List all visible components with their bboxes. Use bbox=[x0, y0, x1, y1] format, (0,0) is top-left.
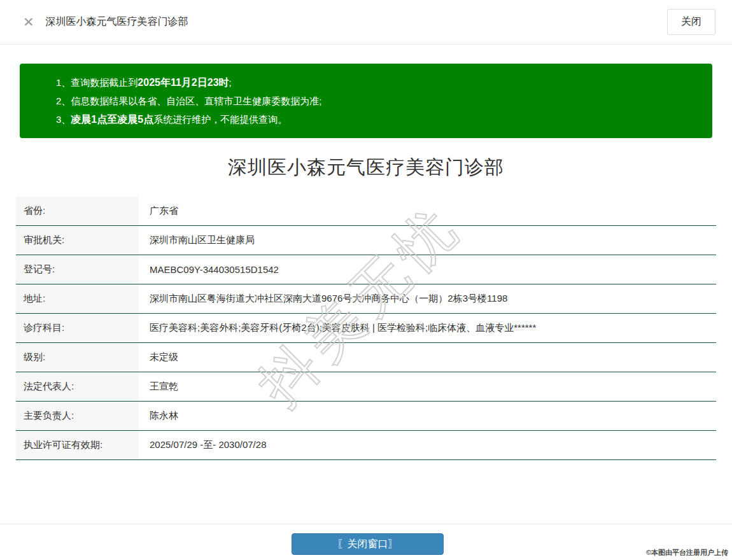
row-label: 登记号: bbox=[16, 255, 139, 284]
notice-line-3-text: 3、 bbox=[56, 114, 71, 125]
row-value: 未定级 bbox=[139, 343, 716, 372]
close-window-button[interactable]: 〖关闭窗口〗 bbox=[292, 533, 444, 555]
row-label: 法定代表人: bbox=[16, 372, 139, 401]
notice-line-1: 1、查询数据截止到2025年11月2日23时; bbox=[56, 73, 700, 92]
row-value: 王宣乾 bbox=[139, 372, 716, 401]
row-label: 审批机关: bbox=[16, 226, 139, 255]
notice-line-1-tail: ; bbox=[229, 77, 232, 88]
bottom-divider bbox=[0, 524, 732, 524]
page-title: 深圳医小森元气医疗美容门诊部 bbox=[0, 138, 732, 197]
uploader-credit-note: ©本图由平台注册用户上传 bbox=[646, 548, 728, 557]
row-value: 陈永林 bbox=[139, 402, 716, 430]
row-license-validity: 执业许可证有效期: 2025/07/29 -至- 2030/07/28 bbox=[16, 431, 716, 460]
row-label: 执业许可证有效期: bbox=[16, 431, 139, 459]
row-value: 深圳市南山区粤海街道大冲社区深南大道9676号大冲商务中心（一期）2栋3号楼11… bbox=[139, 284, 716, 313]
row-label: 诊疗科目: bbox=[16, 314, 139, 342]
row-registration-number: 登记号: MAEBC09Y-344030515D1542 bbox=[16, 255, 716, 284]
row-value: 医疗美容科;美容外科;美容牙科(牙椅2台);美容皮肤科 | 医学检验科;临床体液… bbox=[139, 314, 716, 342]
row-label: 级别: bbox=[16, 343, 139, 372]
row-value: 广东省 bbox=[139, 197, 716, 225]
row-value: 2025/07/29 -至- 2030/07/28 bbox=[139, 431, 716, 459]
top-bar: ✕ 深圳医小森元气医疗美容门诊部 关闭 bbox=[0, 0, 732, 45]
row-medical-subjects: 诊疗科目: 医疗美容科;美容外科;美容牙科(牙椅2台);美容皮肤科 | 医学检验… bbox=[16, 314, 716, 343]
row-label: 地址: bbox=[16, 284, 139, 313]
notice-banner: 1、查询数据截止到2025年11月2日23时; 2、信息数据结果以各省、自治区、… bbox=[20, 64, 712, 138]
notice-line-3-tail: 系统进行维护，不能提供查询。 bbox=[153, 114, 287, 125]
notice-line-2-text: 2、信息数据结果以各省、自治区、直辖市卫生健康委数据为准; bbox=[56, 95, 322, 106]
row-principal: 主要负责人: 陈永林 bbox=[16, 402, 716, 431]
row-address: 地址: 深圳市南山区粤海街道大冲社区深南大道9676号大冲商务中心（一期）2栋3… bbox=[16, 284, 716, 314]
row-level: 级别: 未定级 bbox=[16, 343, 716, 372]
notice-line-1-text: 1、查询数据截止到 bbox=[56, 77, 137, 88]
notice-line-3-bold: 凌晨1点至凌晨5点 bbox=[71, 114, 153, 125]
row-label: 主要负责人: bbox=[16, 402, 139, 430]
row-legal-representative: 法定代表人: 王宣乾 bbox=[16, 372, 716, 402]
institution-info-table: 省份: 广东省 审批机关: 深圳市南山区卫生健康局 登记号: MAEBC09Y-… bbox=[16, 197, 716, 460]
notice-line-2: 2、信息数据结果以各省、自治区、直辖市卫生健康委数据为准; bbox=[56, 92, 700, 110]
close-x-icon[interactable]: ✕ bbox=[23, 15, 34, 29]
window-title: 深圳医小森元气医疗美容门诊部 bbox=[46, 15, 188, 29]
row-value: 深圳市南山区卫生健康局 bbox=[139, 226, 716, 255]
row-province: 省份: 广东省 bbox=[16, 197, 716, 226]
close-button[interactable]: 关闭 bbox=[667, 9, 715, 35]
row-label: 省份: bbox=[16, 197, 139, 225]
row-value: MAEBC09Y-344030515D1542 bbox=[139, 255, 716, 284]
notice-line-3: 3、凌晨1点至凌晨5点系统进行维护，不能提供查询。 bbox=[56, 110, 700, 129]
notice-line-1-bold: 2025年11月2日23时 bbox=[137, 77, 229, 88]
row-approval-authority: 审批机关: 深圳市南山区卫生健康局 bbox=[16, 226, 716, 255]
